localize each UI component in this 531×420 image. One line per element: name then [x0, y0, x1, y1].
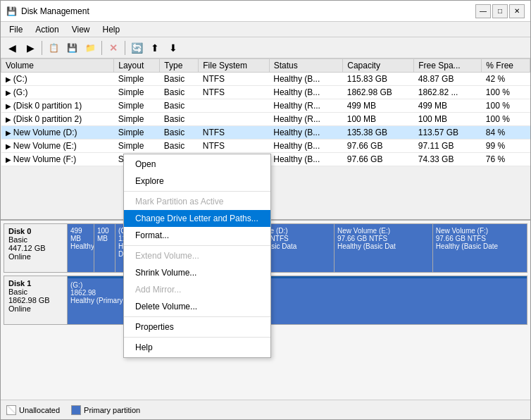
disk0-part2[interactable]: 100 MB	[94, 224, 115, 272]
col-type[interactable]: Type	[160, 59, 199, 73]
table-row[interactable]: ▶ New Volume (E:)SimpleBasicNTFSHealthy …	[1, 140, 530, 153]
menu-file[interactable]: File	[4, 23, 28, 36]
disk0-partf-label: New Volume (F:)	[436, 227, 524, 235]
col-layout[interactable]: Layout	[114, 59, 160, 73]
table-row[interactable]: ▶ (C:)SimpleBasicNTFSHealthy (B...115.83…	[1, 73, 530, 86]
forward-button[interactable]: ▶	[22, 39, 39, 56]
back-button[interactable]: ◀	[4, 39, 20, 56]
col-percentfree[interactable]: % Free	[482, 59, 530, 73]
disk1-name: Disk 1	[8, 279, 63, 288]
toolbar-btn-1[interactable]: 📋	[45, 39, 62, 56]
ctx-separator	[124, 191, 270, 192]
disk0-size: 447.12 GB	[8, 244, 63, 252]
toolbar-btn-2[interactable]: 💾	[63, 39, 80, 56]
maximize-button[interactable]: □	[492, 4, 508, 18]
disk0-part2-size: 100 MB	[97, 227, 112, 242]
ctx-item-format[interactable]: Format...	[124, 227, 270, 244]
toolbar-btn-3[interactable]: 📁	[82, 39, 99, 56]
ctx-separator	[124, 316, 270, 317]
disk0-part-f[interactable]: New Volume (F:) 97.66 GB NTFS Healthy (B…	[433, 224, 527, 272]
menu-action[interactable]: Action	[30, 23, 64, 36]
status-bar: Unallocated Primary partition	[1, 400, 530, 419]
volume-table: Volume Layout Type File System Status Ca…	[1, 58, 530, 166]
disk1-info: Disk 1 Basic 1862.98 GB Online	[4, 276, 68, 324]
ctx-item-add_mirror: Add Mirror...	[124, 281, 270, 298]
ctx-item-mark_partition_as_active: Mark Partition as Active	[124, 193, 270, 210]
disk1-type: Basic	[8, 288, 63, 296]
disk0-part1-size: 499 MB	[70, 227, 91, 242]
toolbar-btn-down[interactable]: ⬇	[165, 39, 182, 56]
toolbar: ◀ ▶ 📋 💾 📁 ✕ 🔄 ⬆ ⬇	[1, 37, 530, 58]
ctx-item-extend_volume: Extend Volume...	[124, 247, 270, 264]
ctx-separator	[124, 337, 270, 338]
table-row[interactable]: ▶ New Volume (D:)SimpleBasicNTFSHealthy …	[1, 126, 530, 140]
disk0-info: Disk 0 Basic 447.12 GB Online	[4, 224, 68, 272]
legend-unallocated-label: Unallocated	[19, 406, 60, 414]
context-menu: OpenExploreMark Partition as ActiveChang…	[123, 154, 271, 358]
ctx-item-change_drive_letter_and_paths[interactable]: Change Drive Letter and Paths...	[124, 210, 270, 227]
close-button[interactable]: ✕	[509, 4, 525, 18]
toolbar-btn-refresh[interactable]: 🔄	[128, 39, 145, 56]
col-volume[interactable]: Volume	[1, 59, 114, 73]
minimize-button[interactable]: —	[475, 4, 491, 18]
disk0-parte-status: Healthy (Basic Dat	[337, 242, 430, 250]
content-area: Volume Layout Type File System Status Ca…	[1, 58, 530, 400]
ctx-item-explore[interactable]: Explore	[124, 173, 270, 190]
legend-unallocated-box	[6, 405, 16, 415]
disk0-partf-status: Healthy (Basic Date	[436, 242, 524, 250]
toolbar-btn-delete[interactable]: ✕	[105, 39, 122, 56]
table-row[interactable]: ▶ (Disk 0 partition 2)SimpleBasicHealthy…	[1, 113, 530, 126]
disk0-part1-status: Healthy	[70, 242, 91, 250]
disk0-part-e[interactable]: New Volume (E:) 97.66 GB NTFS Healthy (B…	[335, 224, 433, 272]
ctx-item-delete_volume[interactable]: Delete Volume...	[124, 298, 270, 315]
col-filesystem[interactable]: File System	[199, 59, 270, 73]
col-capacity[interactable]: Capacity	[343, 59, 414, 73]
ctx-item-properties[interactable]: Properties	[124, 319, 270, 335]
menu-view[interactable]: View	[66, 23, 96, 36]
legend-primary-box	[71, 405, 81, 415]
window-title: Disk Management	[21, 6, 89, 16]
table-row[interactable]: ▶ (G:)SimpleBasicNTFSHealthy (B...1862.9…	[1, 86, 530, 99]
legend-unallocated: Unallocated	[6, 405, 60, 415]
ctx-item-help[interactable]: Help	[124, 339, 270, 356]
ctx-separator	[124, 245, 270, 246]
legend-primary-label: Primary partition	[84, 406, 140, 414]
disk1-status: Online	[8, 304, 63, 313]
col-freespace[interactable]: Free Spa...	[414, 59, 482, 73]
table-row[interactable]: ▶ (Disk 0 partition 1)SimpleBasicHealthy…	[1, 99, 530, 113]
disk0-parte-label: New Volume (E:)	[337, 227, 430, 235]
disk0-name: Disk 0	[8, 227, 63, 235]
window-icon: 💾	[6, 6, 17, 16]
disk0-type: Basic	[8, 235, 63, 244]
disk1-size: 1862.98 GB	[8, 296, 63, 304]
toolbar-sep-2	[101, 41, 102, 55]
legend-primary: Primary partition	[71, 405, 140, 415]
disk0-partf-size: 97.66 GB NTFS	[436, 235, 524, 242]
col-status[interactable]: Status	[269, 59, 342, 73]
toolbar-sep-3	[125, 41, 125, 55]
disk0-parte-size: 97.66 GB NTFS	[337, 235, 430, 242]
disk0-part1[interactable]: 499 MB Healthy	[68, 224, 94, 272]
disk-management-window: 💾 Disk Management — □ ✕ File Action View…	[0, 0, 531, 420]
ctx-item-open[interactable]: Open	[124, 156, 270, 173]
disk0-status: Online	[8, 252, 63, 261]
ctx-item-shrink_volume[interactable]: Shrink Volume...	[124, 264, 270, 281]
toolbar-btn-up[interactable]: ⬆	[146, 39, 163, 56]
title-bar: 💾 Disk Management — □ ✕	[1, 1, 530, 22]
toolbar-sep-1	[42, 41, 42, 55]
menu-help[interactable]: Help	[97, 23, 126, 36]
menu-bar: File Action View Help	[1, 22, 530, 37]
